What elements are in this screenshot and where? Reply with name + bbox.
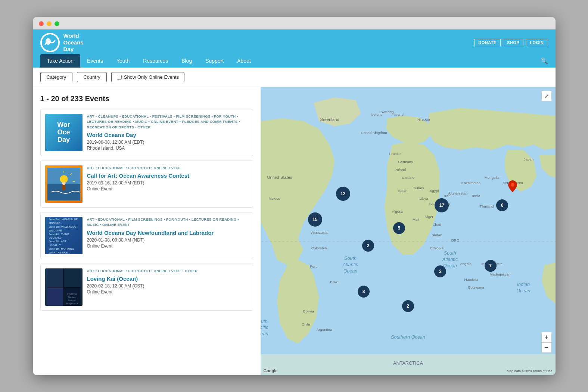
maximize-dot[interactable] [55,21,59,26]
event-tags: ART • EDUCATIONAL • FILM SCREENINGS • FO… [87,217,248,228]
cluster-marker-us-east[interactable]: 12 [336,187,350,201]
event-location: Online Event [87,243,248,249]
event-thumbnail: inspiring Stories, Poems, Images & A [45,268,83,306]
shop-button[interactable]: SHOP [503,39,523,46]
close-dot[interactable] [39,21,44,26]
minimize-dot[interactable] [47,21,52,26]
search-icon[interactable]: 🔍 [541,57,548,65]
cluster-marker-africa-east[interactable]: 2 [434,265,446,277]
world-map-svg: North Atlantic Ocean South Atlantic Ocea… [261,87,556,375]
event-card[interactable]: ART • EDUCATIONAL • FOR YOUTH • ONLINE E… [40,161,253,208]
svg-text:Namibia: Namibia [464,277,478,281]
svg-point-8 [62,184,66,191]
event-location: Rhode Island, USA [87,146,248,151]
svg-text:France: France [389,152,401,156]
main-content: 1 - 20 of 233 Events WorOceDay ART • CLE… [33,87,556,375]
svg-text:Poland: Poland [394,168,406,172]
nav-item-about[interactable]: About [230,54,258,68]
svg-text:United States: United States [267,175,292,180]
cluster-marker-us-west[interactable]: 15 [308,212,322,227]
cluster-marker-australia[interactable]: 7 [485,260,497,272]
svg-text:Niger: Niger [424,215,433,219]
svg-text:India: India [472,194,480,198]
logo-icon [40,33,60,52]
cluster-marker-asia-east[interactable]: 6 [496,199,508,211]
event-card[interactable]: WorOceDay ART • CLEANUPS • EDUCATIONAL •… [40,109,253,156]
svg-text:Afghanistan: Afghanistan [448,191,467,195]
logo-text: World Oceans Day [63,32,84,53]
map-zoom-in-button[interactable]: + [541,332,552,342]
svg-text:Finland: Finland [391,112,403,116]
event-info: ART • EDUCATIONAL • FOR YOUTH • ONLINE E… [87,268,248,306]
event-thumbnail [45,165,83,203]
category-filter-button[interactable]: Category [40,72,73,82]
event-title[interactable]: Loving Kai (Ocean) [87,276,248,282]
nav-item-blog[interactable]: Blog [175,54,199,68]
svg-text:South: South [344,256,357,261]
donate-button[interactable]: DONATE [474,39,501,46]
nav-item-resources[interactable]: Resources [136,54,175,68]
event-thumbnail: TO THE S. WORLD OCEANS D. now along on F… [45,217,83,254]
nav-item-support[interactable]: Support [199,54,230,68]
event-tags: ART • CLEANUPS • EDUCATIONAL • FESTIVALS… [87,114,248,130]
cluster-marker-sa-north[interactable]: 2 [362,240,374,252]
event-card[interactable]: inspiring Stories, Poems, Images & A ART… [40,264,253,311]
cluster-marker-africa-north[interactable]: 5 [393,222,405,234]
svg-text:South: South [261,319,267,324]
cluster-marker-europe[interactable]: 17 [435,198,449,212]
nav-item-take-action[interactable]: Take Action [40,54,81,68]
svg-text:Indian: Indian [517,282,529,287]
event-info: ART • CLEANUPS • EDUCATIONAL • FESTIVALS… [87,114,248,151]
event-info: ART • EDUCATIONAL • FOR YOUTH • ONLINE E… [87,165,248,203]
svg-text:ANTARCTICA: ANTARCTICA [393,361,423,366]
map-panel: North Atlantic Ocean South Atlantic Ocea… [261,87,556,375]
event-tags: ART • EDUCATIONAL • FOR YOUTH • ONLINE E… [87,268,248,274]
google-logo: Google [264,368,278,373]
header-buttons: DONATE SHOP LOGIN [474,39,548,46]
nav-item-youth[interactable]: Youth [110,54,136,68]
svg-text:Turkey: Turkey [413,186,424,190]
svg-text:Ocean: Ocean [261,331,268,336]
login-button[interactable]: LOGIN [526,39,548,46]
svg-text:Bolivia: Bolivia [303,309,314,313]
cluster-marker-sa-south[interactable]: 2 [402,300,414,312]
svg-text:Mongolia: Mongolia [484,175,499,180]
event-card[interactable]: TO THE S. WORLD OCEANS D. now along on F… [40,212,253,259]
svg-text:Sudan: Sudan [432,233,442,237]
event-title[interactable]: World Oceans Day [87,132,248,138]
svg-point-1 [46,38,51,45]
map-pin-marker[interactable] [508,180,517,194]
svg-text:United Kingdom: United Kingdom [361,131,387,135]
svg-text:Spain: Spain [398,189,407,193]
event-date: 2020-02-18, 12:00 AM (CST) [87,283,248,289]
svg-text:Chile: Chile [302,322,310,326]
svg-text:Thailand: Thailand [479,204,494,208]
map-zoom-out-button[interactable]: − [541,342,552,353]
svg-text:Angola: Angola [460,262,472,266]
event-title[interactable]: World Oceans Day Newfoundland and Labrad… [87,230,248,236]
event-info: ART • EDUCATIONAL • FILM SCREENINGS • FO… [87,217,248,254]
svg-text:Atlantic: Atlantic [342,262,358,267]
svg-point-76 [511,183,514,187]
svg-text:Ocean: Ocean [343,268,357,274]
logo-area: World Oceans Day [40,32,84,53]
online-events-checkbox[interactable] [117,75,122,80]
svg-text:Egypt: Egypt [429,189,439,193]
map-fullscreen-button[interactable]: ⤢ [541,91,552,101]
events-count: 1 - 20 of 233 Events [40,94,253,103]
country-filter-button[interactable]: Country [77,72,107,82]
svg-text:Argentina: Argentina [316,327,332,332]
svg-text:Russia: Russia [417,117,430,122]
site-header: World Oceans Day DONATE SHOP LOGIN Take … [33,29,556,68]
svg-text:Pacific: Pacific [261,325,268,330]
event-location: Online Event [87,186,248,192]
svg-text:Venezuela: Venezuela [310,230,327,234]
event-tags: ART • EDUCATIONAL • FOR YOUTH • ONLINE E… [87,165,248,171]
cluster-marker-sa-brazil[interactable]: 3 [358,286,370,298]
svg-text:Peru: Peru [309,264,317,268]
nav-item-events[interactable]: Events [80,54,110,68]
event-title[interactable]: Call for Art: Ocean Awareness Contest [87,172,248,179]
svg-text:DRC: DRC [451,238,459,242]
online-events-filter[interactable]: Show Only Online Events [111,72,184,82]
svg-text:Mexico: Mexico [268,196,280,200]
